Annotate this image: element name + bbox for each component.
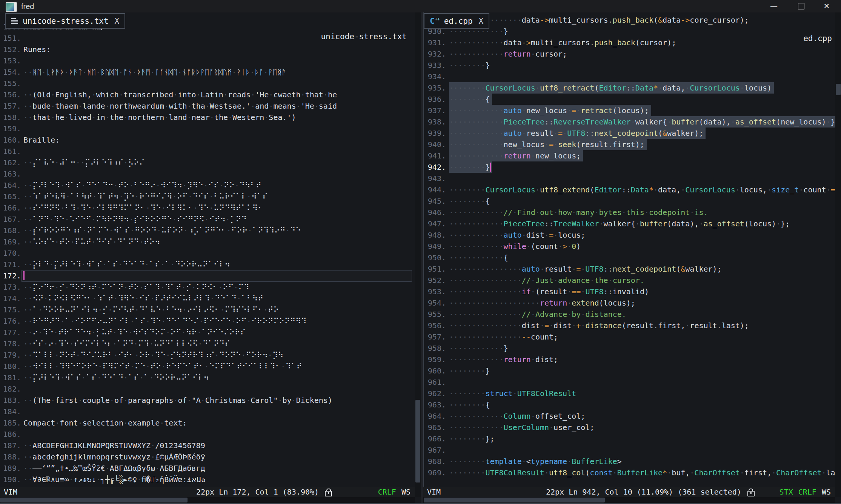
code-line[interactable]: 963.········{ <box>423 399 835 410</box>
text-line[interactable]: 178.··⠊⠎·⠔·⠹⠑·⠎⠊⠍⠊⠇⠑⠆·⠁⠝⠙·⠍⠹·⠥⠝⠙⠁⠇⠇⠪⠫·⠙⠁… <box>0 338 415 349</box>
text-line[interactable]: 152.Runes: <box>0 44 415 55</box>
vertical-scrollbar-left[interactable] <box>415 12 421 497</box>
text-line[interactable]: 158.··that·he·lived·in·the·northern·land… <box>0 112 415 123</box>
text-line[interactable]: 171.··⡕⠇⠙·⡍⠜⠇⠑⠹·⠺⠁⠎·⠁⠎·⠙⠑⠁⠙·⠁⠎·⠁·⠙⠕⠕⠗⠤⠝⠁… <box>0 259 415 270</box>
text-line[interactable]: 169.··⠡⠕⠎⠑·⠞⠕·⠏⠥⠞·⠙⠊⠎·⠙⠁⠝⠙·⠞⠕⠲ <box>0 236 415 247</box>
text-line[interactable]: 177.··⠔·⠹⠑·⠞⠗⠁⠙⠑⠲·⡃⠥⠞·⠹⠑·⠺⠊⠎⠙⠕⠍·⠕⠋·⠳⠗·⠁⠝… <box>0 327 415 338</box>
code-line[interactable]: 967. <box>423 444 835 456</box>
mode-indicator[interactable]: VIM <box>427 487 441 497</box>
text-line[interactable]: 175.··⠁·⠙⠕⠕⠗⠤⠝⠁⠊⠇⠲·⡊·⠍⠊⠣⠞·⠙⠁⠧⠑·⠃⠑⠲·⠔⠊⠇⠔⠫… <box>0 304 415 315</box>
text-line[interactable]: 167.··⠁⠝⠙·⠹⠑·⠡⠊⠑⠋·⠍⠳⠗⠝⠻⠲·⡎⠊⠗⠕⠕⠛⠑·⠎⠊⠛⠝⠫·⠊… <box>0 214 415 225</box>
text-line[interactable]: 163. <box>0 168 415 180</box>
editor-pane-left[interactable]: 150.እግርህን·በፍራሽህ·ልክ·ዘርጋ።151.152.Runes:153… <box>0 12 415 487</box>
code-line[interactable]: 951.················auto·result·=·UTF8::… <box>423 263 835 275</box>
code-line[interactable]: 953.················if·(result·==·UTF8::… <box>423 286 835 297</box>
text-line[interactable]: 157.··bude·thaem·lande·northweardum·with… <box>0 100 415 112</box>
text-line[interactable]: 187.··ABCDEFGHIJKLMNOPQRSTUVWXYZ·/012345… <box>0 440 415 451</box>
close-button[interactable]: ✕ <box>815 0 839 12</box>
text-line[interactable]: 155. <box>0 78 415 89</box>
text-line[interactable]: 162.··⡌⠁⠧⠑·⠼⠁⠒··⡍⠜⠇⠑⠹⠰⠎·⡣⠕⠌ <box>0 157 415 168</box>
tab-ed-cpp[interactable]: C++ ed.cpp X <box>424 13 489 29</box>
code-line[interactable]: 943. <box>423 173 835 184</box>
text-line[interactable]: 173.··⡍⠔⠙⠖·⡊·⠙⠕⠝⠰⠞·⠍⠑⠁⠝·⠞⠕·⠎⠁⠹·⠹⠁⠞·⡊·⠅⠝⠪… <box>0 281 415 293</box>
code-line[interactable]: 960.········} <box>423 365 835 376</box>
code-line[interactable]: 966.········}; <box>423 433 835 444</box>
code-line[interactable]: 935.········CursorLocus·utf8_retract(Edi… <box>423 82 835 94</box>
code-line[interactable]: 946.············//·Find·out·how·many·byt… <box>423 207 835 218</box>
text-line[interactable]: 185.Compact·font·selection·example·text: <box>0 417 415 429</box>
status-flag-crlf[interactable]: CRLF <box>378 487 396 497</box>
text-line[interactable]: 161. <box>0 146 415 157</box>
scrollbar-thumb[interactable] <box>424 498 605 502</box>
code-line[interactable]: 955.················//·Advance·by·distan… <box>423 309 835 320</box>
text-line[interactable]: 189.··–—‘“”„†•…‰™œŠŸž€·ΑΒΓΔΩαβγδω·АБВГДа… <box>0 463 415 474</box>
code-line[interactable]: 933.········} <box>423 60 835 71</box>
lock-icon[interactable] <box>325 491 332 496</box>
code-line[interactable]: 934. <box>423 71 835 82</box>
code-line[interactable]: 950.············{ <box>423 252 835 263</box>
scrollbar-thumb[interactable] <box>0 498 188 502</box>
text-line[interactable]: 184. <box>0 406 415 417</box>
text-line[interactable]: 179.··⠩⠁⠇⠇·⠝⠕⠞·⠙⠊⠌⠥⠗⠃·⠊⠞⠂·⠕⠗·⠹⠑·⡊⠳⠝⠞⠗⠹⠰⠎… <box>0 349 415 361</box>
text-line[interactable]: 182. <box>0 383 415 395</box>
code-line[interactable]: 957.················--count; <box>423 331 835 343</box>
code-line[interactable]: 959.············return·dist; <box>423 354 835 365</box>
lock-icon[interactable] <box>747 491 755 496</box>
code-line[interactable]: 931.············data->multi_cursors.push… <box>423 37 835 48</box>
tab-close-icon[interactable]: X <box>115 17 120 26</box>
editor-pane-right[interactable]: 929.················data->multi_cursors.… <box>423 12 835 487</box>
text-line[interactable]: 160.Braille: <box>0 134 415 146</box>
title-bar[interactable]: fred — ✕ <box>0 0 841 12</box>
code-line[interactable]: 932.············return·cursor; <box>423 48 835 60</box>
code-line[interactable]: 969.········UTF8ColResult·utf8_col(const… <box>423 467 835 478</box>
text-line[interactable]: 188.··abcdefghijklmnopqrstuvwxyz·£©µÀÆÖÞ… <box>0 451 415 463</box>
text-line[interactable]: 168.··⡎⠊⠗⠕⠕⠛⠑⠰⠎·⠝⠁⠍⠑·⠺⠁⠎·⠛⠕⠕⠙·⠥⠏⠕⠝·⠰⡡⠁⠝⠛… <box>0 225 415 236</box>
horizontal-scrollbar-left[interactable] <box>0 497 415 503</box>
text-line[interactable]: 174.··⠪⠝·⠅⠝⠪⠇⠫⠛⠑⠂·⠱⠁⠞·⠹⠻⠑·⠊⠎·⠏⠜⠞⠊⠊⠥⠇⠜⠇⠹·… <box>0 293 415 304</box>
code-line[interactable]: 965.············UserColumn·user_col; <box>423 422 835 433</box>
tab-close-icon[interactable]: X <box>479 17 484 26</box>
scrollbar-thumb[interactable] <box>836 84 841 95</box>
text-line[interactable]: 186. <box>0 429 415 440</box>
scrollbar-thumb[interactable] <box>415 400 420 482</box>
vertical-scrollbar-right[interactable] <box>835 12 841 497</box>
code-line[interactable]: 937.············auto·new_locus·=·retract… <box>423 105 835 116</box>
code-line[interactable]: 936.········{ <box>423 94 835 105</box>
text-line[interactable]: 166.··⠎⠊⠛⠝⠫·⠃⠹·⠹⠑·⠊⠇⠻⠛⠹⠍⠁⠝⠂·⠹⠑·⠊⠇⠻⠅⠂·⠹⠑·… <box>0 202 415 214</box>
code-line[interactable]: 938.············PieceTree::ReverseTreeWa… <box>423 116 835 128</box>
code-line[interactable]: 944.········CursorLocus·utf8_extend(Edit… <box>423 184 835 195</box>
mode-indicator[interactable]: VIM <box>4 487 17 497</box>
minimize-button[interactable]: — <box>762 0 786 12</box>
maximize-button[interactable] <box>789 0 813 12</box>
code-line[interactable]: 962.········struct·UTF8ColResult <box>423 388 835 399</box>
text-line[interactable]: 172. <box>0 270 415 281</box>
status-flag-crlf[interactable]: CRLF <box>798 487 816 497</box>
text-line[interactable]: 183.··(The·first·couple·of·paragraphs·of… <box>0 395 415 406</box>
text-line[interactable]: 176.··⠗⠑⠛⠜⠙·⠁·⠊⠕⠋⠋⠔⠤⠝⠁⠊⠇·⠁⠎·⠹⠑·⠙⠑⠁⠙⠑⠌·⠏⠊… <box>0 315 415 327</box>
code-line[interactable]: 947.············PieceTree::TreeWalker·wa… <box>423 218 835 229</box>
code-line[interactable]: 939.············auto·result·=·UTF8::next… <box>423 128 835 139</box>
status-flag-stx[interactable]: STX <box>780 487 793 497</box>
code-line[interactable]: 949.············while·(count·>·0) <box>423 241 835 252</box>
text-line[interactable]: 170. <box>0 247 415 259</box>
code-line[interactable]: 942.········} <box>423 161 835 173</box>
code-line[interactable]: 954.····················return·extend(lo… <box>423 297 835 309</box>
code-line[interactable]: 964.············Column·offset_col; <box>423 410 835 422</box>
code-line[interactable]: 940.············new_locus·=·seek(result.… <box>423 139 835 150</box>
text-line[interactable]: 154.··ᚻᛖ·ᚳᚹᚫᚦ·ᚦᚫᛏ·ᚻᛖ·ᛒᚢᛞᛖ·ᚩᚾ·ᚦᚫᛗ·ᛚᚪᚾᛞᛖ·ᚾ… <box>0 66 415 78</box>
code-line[interactable]: 958.············} <box>423 343 835 354</box>
status-flag-ws[interactable]: WS <box>401 487 411 497</box>
code-line[interactable]: 952.················//·Just·advance·the·… <box>423 275 835 286</box>
code-line[interactable]: 941.············return·new_locus; <box>423 150 835 161</box>
pane-divider[interactable] <box>421 12 424 504</box>
text-line[interactable]: 153. <box>0 55 415 66</box>
text-line[interactable]: 164.··⡍⠜⠇⠑⠹·⠺⠁⠎·⠙⠑⠁⠙⠒·⠞⠕·⠃⠑⠛⠔·⠺⠊⠹⠲·⡹⠻⠑·⠊… <box>0 180 415 191</box>
text-line[interactable]: 159. <box>0 123 415 134</box>
tab-unicode-stress[interactable]: unicode-stress.txt X <box>5 13 125 29</box>
horizontal-scrollbar-right[interactable] <box>423 497 835 503</box>
text-line[interactable]: 156.··(Old·English,·which·transcribed·in… <box>0 89 415 100</box>
status-flag-ws[interactable]: WS <box>822 487 831 497</box>
code-line[interactable]: 961. <box>423 376 835 388</box>
code-line[interactable]: 948.············auto·dist·=·locus; <box>423 229 835 241</box>
text-line[interactable]: 190.··∀∂∈ℝ∧∪≡∞·↑↗↨↻⇣·┐┼╔╘░►☺♀·ﬁ�⑀₂ἠḂӥẄɐː… <box>0 474 415 485</box>
